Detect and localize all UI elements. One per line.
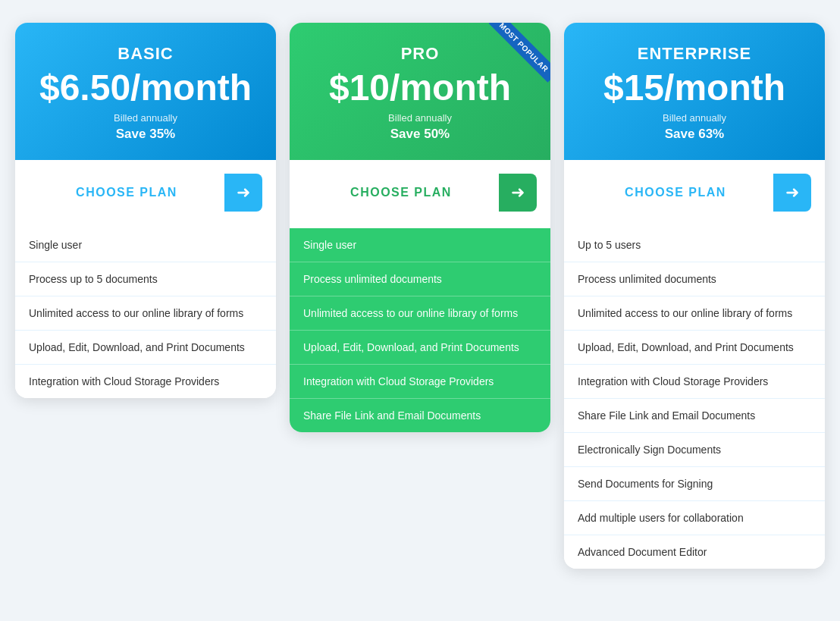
feature-item: Share File Link and Email Documents xyxy=(564,399,825,433)
plan-header-pro: MOST POPULARPRO$10/monthBilled annuallyS… xyxy=(290,23,550,160)
features-list-pro: Single userProcess unlimited documentsUn… xyxy=(290,228,550,432)
plan-save-basic: Save 35% xyxy=(30,127,261,142)
feature-item: Electronically Sign Documents xyxy=(564,433,825,467)
feature-item: Integration with Cloud Storage Providers xyxy=(564,365,825,399)
feature-item: Upload, Edit, Download, and Print Docume… xyxy=(564,331,825,365)
ribbon-text: MOST POPULAR xyxy=(489,23,550,83)
feature-item: Single user xyxy=(15,228,276,262)
feature-item: Add multiple users for collaboration xyxy=(564,501,825,535)
plan-card-enterprise: ENTERPRISE$15/monthBilled annuallySave 6… xyxy=(564,23,825,569)
plan-save-pro: Save 50% xyxy=(305,127,535,142)
feature-item: Unlimited access to our online library o… xyxy=(15,296,276,331)
feature-item: Integration with Cloud Storage Providers xyxy=(290,365,550,399)
plan-card-basic: BASIC$6.50/monthBilled annuallySave 35%C… xyxy=(15,23,276,398)
plan-card-pro: MOST POPULARPRO$10/monthBilled annuallyS… xyxy=(290,23,550,432)
choose-plan-button-pro[interactable]: CHOOSE PLAN➜ xyxy=(303,174,537,212)
feature-item: Process unlimited documents xyxy=(564,262,825,296)
plan-price-enterprise: $15/month xyxy=(579,70,810,106)
choose-plan-button-basic[interactable]: CHOOSE PLAN➜ xyxy=(29,174,262,212)
feature-item: Integration with Cloud Storage Providers xyxy=(15,365,276,398)
plan-save-enterprise: Save 63% xyxy=(579,127,810,142)
plan-name-basic: BASIC xyxy=(30,44,261,64)
choose-plan-label-pro: CHOOSE PLAN xyxy=(303,175,499,210)
feature-item: Upload, Edit, Download, and Print Docume… xyxy=(290,331,550,365)
feature-item: Unlimited access to our online library o… xyxy=(564,296,825,331)
choose-plan-label-enterprise: CHOOSE PLAN xyxy=(578,175,773,210)
plan-price-basic: $6.50/month xyxy=(30,70,261,106)
choose-plan-icon-enterprise: ➜ xyxy=(773,174,811,212)
plan-billed-basic: Billed annually xyxy=(30,112,261,124)
feature-item: Share File Link and Email Documents xyxy=(290,399,550,432)
plan-billed-pro: Billed annually xyxy=(305,112,535,124)
choose-plan-label-basic: CHOOSE PLAN xyxy=(29,175,224,210)
feature-item: Up to 5 users xyxy=(564,228,825,262)
features-list-basic: Single userProcess up to 5 documentsUnli… xyxy=(15,228,276,398)
feature-item: Send Documents for Signing xyxy=(564,467,825,501)
plan-billed-enterprise: Billed annually xyxy=(579,112,810,124)
feature-item: Advanced Document Editor xyxy=(564,535,825,569)
most-popular-ribbon: MOST POPULAR xyxy=(482,23,550,91)
feature-item: Unlimited access to our online library o… xyxy=(290,296,550,331)
plan-header-basic: BASIC$6.50/monthBilled annuallySave 35% xyxy=(15,23,276,160)
choose-plan-icon-pro: ➜ xyxy=(499,174,537,212)
feature-item: Process up to 5 documents xyxy=(15,262,276,296)
feature-item: Upload, Edit, Download, and Print Docume… xyxy=(15,331,276,365)
plan-header-enterprise: ENTERPRISE$15/monthBilled annuallySave 6… xyxy=(564,23,825,160)
choose-plan-icon-basic: ➜ xyxy=(224,174,262,212)
plan-name-enterprise: ENTERPRISE xyxy=(579,44,810,64)
feature-item: Single user xyxy=(290,228,550,262)
features-list-enterprise: Up to 5 usersProcess unlimited documents… xyxy=(564,228,825,569)
choose-plan-button-enterprise[interactable]: CHOOSE PLAN➜ xyxy=(578,174,811,212)
feature-item: Process unlimited documents xyxy=(290,262,550,296)
pricing-container: BASIC$6.50/monthBilled annuallySave 35%C… xyxy=(15,23,825,569)
